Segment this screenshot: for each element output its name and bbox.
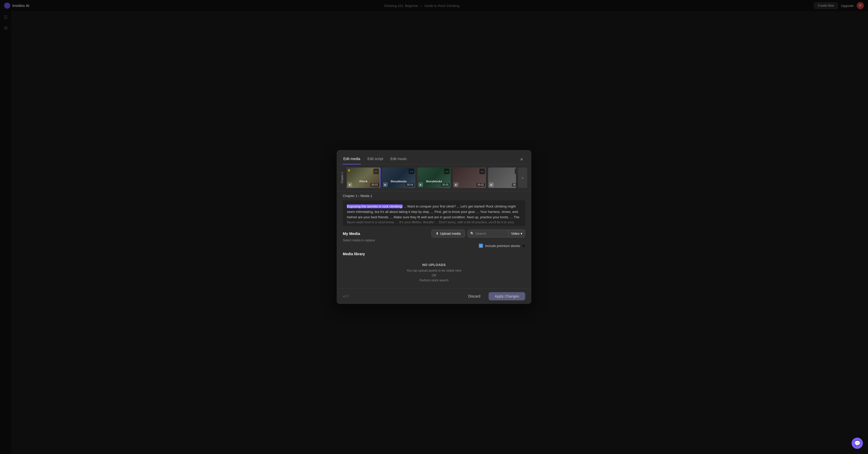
search-wrap: 🔍 Video ▾ [468,230,525,237]
video-thumb-overlay-1: ♛ ··· iStock ▶ 00:03 [347,168,380,188]
media-actions: ⬆ Upload media 🔍 Video ▾ [431,230,525,237]
upload-icon: ⬆ [436,232,439,235]
premium-checkbox[interactable]: ✓ [479,244,483,248]
my-media-subtitle: Select media to replace [337,238,531,242]
video-source-1: iStock [347,180,380,183]
my-media-row: My Media ⬆ Upload media 🔍 Video ▾ [337,226,531,238]
search-type-dropdown[interactable]: Video ▾ [508,230,525,237]
no-uploads-title: NO UPLOADS [422,263,446,267]
video-thumb-top-4: ··· [454,169,485,174]
video-more-btn-3[interactable]: ··· [444,169,450,174]
video-more-btn-5[interactable]: ··· [515,169,516,174]
media-library-title: Media library [337,249,531,257]
version-label: v2.0 [343,294,349,298]
play-btn-3[interactable]: ▶ [418,182,423,187]
premium-crown-icon: ♛ [522,244,525,248]
video-more-btn-1[interactable]: ··· [373,169,379,174]
premium-label: Include premium stocks [485,244,520,248]
modal-footer: v2.0 Discard Apply Changes [337,288,531,304]
play-btn-5[interactable]: ▶ [489,182,494,187]
video-duration-2: 00:04 [406,183,414,187]
video-thumb-top-3: ··· [418,169,450,174]
video-thumb-3[interactable]: ··· Storyblocks ▶ 00:05 [417,168,451,188]
my-media-title: My Media [343,231,360,236]
no-uploads-line3: Perform stock search [420,279,448,282]
premium-row: ✓ Include premium stocks ♛ [337,242,531,249]
chevron-down-icon: ▾ [521,232,522,235]
video-thumb-overlay-2: ··· Storyblocks ▶ 00:04 [382,168,415,188]
video-bottom-2: ▶ 00:04 [383,182,414,187]
apply-changes-button[interactable]: Apply Changes [489,292,525,300]
video-thumb-1[interactable]: ♛ ··· iStock ▶ 00:03 [347,168,380,188]
discard-button[interactable]: Discard [463,292,486,300]
edit-media-modal: Edit media Edit script Edit music × Chap… [337,150,531,304]
video-more-btn-4[interactable]: ··· [479,169,485,174]
crown-icon-1: ♛ [348,169,350,172]
video-bottom-3: ▶ 00:05 [418,182,450,187]
script-area: Exposing the secrets in rock climbing! .… [343,200,525,226]
video-strip: ♛ ··· iStock ▶ 00:03 [347,168,516,188]
video-thumb-overlay-4: ··· ▶ 00:02 [453,168,486,188]
video-more-btn-2[interactable]: ··· [409,169,414,174]
modal-header: Edit media Edit script Edit music × [337,150,531,164]
video-strip-container: Chapter 1 ♛ ··· iStock ▶ 00:03 [337,164,531,191]
no-uploads-sub: You can upload assets to be visible here… [407,268,461,283]
video-bottom-5: ▶ 00:03 [489,182,516,187]
video-duration-5: 00:03 [512,183,516,187]
search-icon: 🔍 [470,232,474,235]
video-duration-1: 00:03 [370,183,379,187]
video-thumb-top-2: ··· [383,169,414,174]
no-uploads-line1: You can upload assets to be visible here [407,269,461,273]
upload-label: Upload media [440,232,461,235]
media-breadcrumb: Chapter 1 › Media 1 [337,191,531,200]
video-thumb-overlay-3: ··· Storyblocks ▶ 00:05 [417,168,451,188]
search-type-label: Video [511,232,520,235]
play-btn-2[interactable]: ▶ [383,182,388,187]
tab-edit-script[interactable]: Edit script [367,154,383,164]
video-duration-3: 00:05 [441,183,450,187]
video-source-3: Storyblocks [417,180,451,183]
chapter-label: Chapter 1 [341,172,344,183]
script-fade [343,218,525,226]
video-thumb-2[interactable]: ··· Storyblocks ▶ 00:04 [382,168,415,188]
chat-bubble[interactable]: 💬 [851,437,863,449]
video-thumb-top-1: ♛ ··· [348,169,379,174]
tab-edit-music[interactable]: Edit music [390,154,408,164]
video-thumb-5[interactable]: ··· ▶ 00:03 [488,168,516,188]
modal-close-button[interactable]: × [518,156,525,163]
tab-edit-media[interactable]: Edit media [343,154,361,164]
script-highlight: Exposing the secrets in rock climbing! [347,204,402,208]
video-thumb-overlay-5: ··· ▶ 00:03 [488,168,516,188]
video-duration-4: 00:02 [476,183,485,187]
video-bottom-1: ▶ 00:03 [348,182,379,187]
play-btn-1[interactable]: ▶ [348,182,352,187]
footer-buttons: Discard Apply Changes [463,292,525,300]
no-uploads-line2: OR [432,274,436,277]
upload-media-button[interactable]: ⬆ Upload media [431,230,465,237]
video-bottom-4: ▶ 00:02 [454,182,485,187]
play-btn-4[interactable]: ▶ [454,182,458,187]
video-thumb-4[interactable]: ··· ▶ 00:02 [453,168,486,188]
video-strip-more[interactable]: › [518,168,527,188]
video-source-2: Storyblocks [382,180,415,183]
video-thumb-top-5: ··· [489,169,516,174]
modal-overlay: Edit media Edit script Edit music × Chap… [0,0,868,454]
no-uploads-area: NO UPLOADS You can upload assets to be v… [337,257,531,288]
